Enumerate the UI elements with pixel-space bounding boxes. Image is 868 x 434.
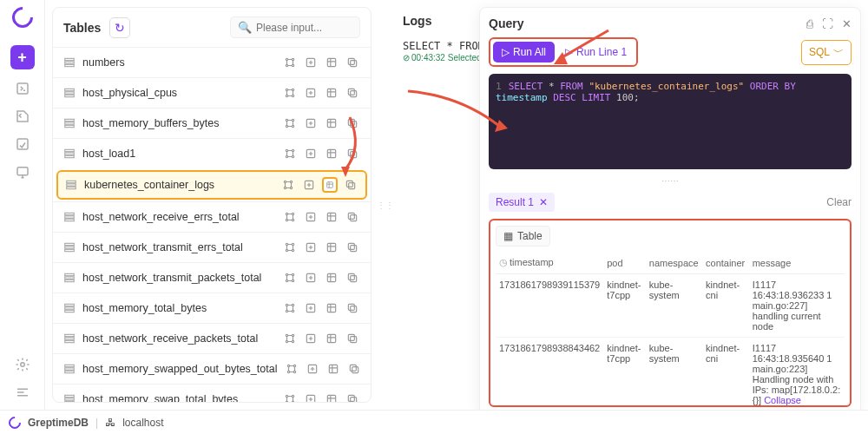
copy-icon[interactable] xyxy=(345,55,360,70)
preview-icon[interactable] xyxy=(324,391,339,402)
copy-icon[interactable] xyxy=(345,209,360,225)
dashboard-nav-icon[interactable] xyxy=(14,135,31,153)
preview-icon[interactable] xyxy=(324,55,339,70)
editor-resize-handle[interactable]: ⋯⋯ xyxy=(489,176,852,186)
tables-search[interactable]: 🔍 xyxy=(230,16,360,38)
copy-icon[interactable] xyxy=(345,331,360,346)
schema-icon[interactable] xyxy=(282,331,298,346)
table-view-tab[interactable]: ▦Table xyxy=(496,226,550,247)
monitor-nav-icon[interactable] xyxy=(14,163,31,181)
preview-icon[interactable] xyxy=(324,270,339,286)
table-row[interactable]: host_memory_total_bytes xyxy=(53,293,371,323)
result-tab[interactable]: Result 1✕ xyxy=(489,193,555,212)
insert-icon[interactable] xyxy=(303,300,319,316)
schema-icon[interactable] xyxy=(282,209,298,225)
preview-icon[interactable] xyxy=(326,361,341,377)
insert-icon[interactable] xyxy=(301,177,317,193)
table-icon xyxy=(63,117,76,129)
table-row[interactable]: host_load1 xyxy=(53,138,371,168)
table-row[interactable]: host_network_transmit_errs_total xyxy=(53,232,371,262)
insert-icon[interactable] xyxy=(303,391,319,402)
preview-icon[interactable] xyxy=(324,240,339,255)
close-panel-icon[interactable]: ✕ xyxy=(842,17,852,30)
insert-icon[interactable] xyxy=(303,209,319,225)
svg-point-52 xyxy=(290,181,292,182)
schema-icon[interactable] xyxy=(284,361,299,377)
col-container[interactable]: container xyxy=(702,252,749,274)
result-row[interactable]: 1731861798938843462kindnet-t7cppkube-sys… xyxy=(496,338,845,408)
settings-nav-icon[interactable] xyxy=(14,356,31,373)
schema-icon[interactable] xyxy=(282,270,298,286)
search-input[interactable] xyxy=(256,22,352,34)
clear-button[interactable]: Clear xyxy=(826,196,852,208)
schema-icon[interactable] xyxy=(282,391,298,402)
schema-icon[interactable] xyxy=(282,115,298,131)
table-icon xyxy=(63,393,76,402)
run-line-button[interactable]: ▷ Run Line 1 xyxy=(558,42,634,62)
add-button[interactable]: + xyxy=(10,45,35,69)
preview-icon[interactable] xyxy=(324,146,339,161)
schema-icon[interactable] xyxy=(280,177,296,193)
insert-icon[interactable] xyxy=(303,240,319,255)
table-row[interactable]: host_physical_cpus xyxy=(53,77,371,108)
expand-icon[interactable]: ⛶ xyxy=(822,17,833,30)
language-select[interactable]: SQL ﹀ xyxy=(801,40,852,65)
schema-icon[interactable] xyxy=(282,146,298,161)
schema-icon[interactable] xyxy=(282,85,298,101)
panel-resize-handle[interactable]: ⋮⋮ xyxy=(382,7,389,403)
table-row[interactable]: host_memory_buffers_bytes xyxy=(53,108,371,138)
col-namespace[interactable]: namespace xyxy=(646,252,702,274)
svg-rect-12 xyxy=(327,58,335,66)
run-all-button[interactable]: ▷ Run All xyxy=(493,42,555,62)
refresh-button[interactable]: ↻ xyxy=(109,17,130,38)
footer-host[interactable]: localhost xyxy=(122,417,163,429)
copy-icon[interactable] xyxy=(345,85,360,101)
col-timestamp[interactable]: ◷timestamp xyxy=(496,252,603,274)
table-row[interactable]: host_network_receive_errs_total xyxy=(53,201,371,232)
insert-icon[interactable] xyxy=(303,85,319,101)
copy-icon[interactable] xyxy=(345,115,360,131)
table-row[interactable]: host_network_receive_packets_total xyxy=(53,323,371,353)
preview-icon[interactable] xyxy=(324,300,339,316)
schema-icon[interactable] xyxy=(282,55,298,70)
svg-point-98 xyxy=(292,310,293,312)
table-row[interactable]: host_memory_swapped_out_bytes_total xyxy=(53,353,371,384)
preview-icon[interactable] xyxy=(322,177,338,193)
copy-icon[interactable] xyxy=(346,361,362,377)
insert-icon[interactable] xyxy=(303,115,319,131)
preview-icon[interactable] xyxy=(324,209,339,225)
results-box: ▦Table ◷timestamp pod namespace containe… xyxy=(489,219,852,407)
copy-icon[interactable] xyxy=(345,270,360,286)
import-nav-icon[interactable] xyxy=(14,108,31,125)
insert-icon[interactable] xyxy=(303,146,319,161)
svg-point-32 xyxy=(292,125,293,127)
table-row[interactable]: kubernetes_container_logs xyxy=(56,170,367,200)
schema-icon[interactable] xyxy=(282,240,298,255)
schema-icon[interactable] xyxy=(282,300,298,316)
insert-icon[interactable] xyxy=(305,361,320,377)
save-query-icon[interactable]: ⎙ xyxy=(806,17,813,30)
insert-icon[interactable] xyxy=(303,55,319,70)
col-message[interactable]: message xyxy=(749,252,845,274)
copy-icon[interactable] xyxy=(345,240,360,255)
copy-icon[interactable] xyxy=(345,391,360,402)
insert-icon[interactable] xyxy=(303,331,319,346)
menu-nav-icon[interactable] xyxy=(14,384,31,401)
close-result-icon[interactable]: ✕ xyxy=(539,196,548,208)
preview-icon[interactable] xyxy=(324,85,339,101)
copy-icon[interactable] xyxy=(343,177,358,193)
copy-icon[interactable] xyxy=(345,300,360,316)
sql-editor[interactable]: 1SELECT * FROM "kubernetes_container_log… xyxy=(489,74,852,169)
svg-rect-26 xyxy=(65,119,75,121)
table-row[interactable]: host_network_transmit_packets_total xyxy=(53,262,371,293)
table-row[interactable]: host_memory_swap_total_bytes xyxy=(53,384,371,402)
result-row[interactable]: 1731861798939115379kindnet-t7cppkube-sys… xyxy=(496,274,845,338)
insert-icon[interactable] xyxy=(303,270,319,286)
preview-icon[interactable] xyxy=(324,331,339,346)
preview-icon[interactable] xyxy=(324,115,339,131)
query-nav-icon[interactable] xyxy=(14,80,31,97)
table-row[interactable]: numbers xyxy=(53,47,371,77)
collapse-link[interactable]: Collapse xyxy=(764,395,801,405)
col-pod[interactable]: pod xyxy=(603,252,646,274)
copy-icon[interactable] xyxy=(345,146,360,161)
